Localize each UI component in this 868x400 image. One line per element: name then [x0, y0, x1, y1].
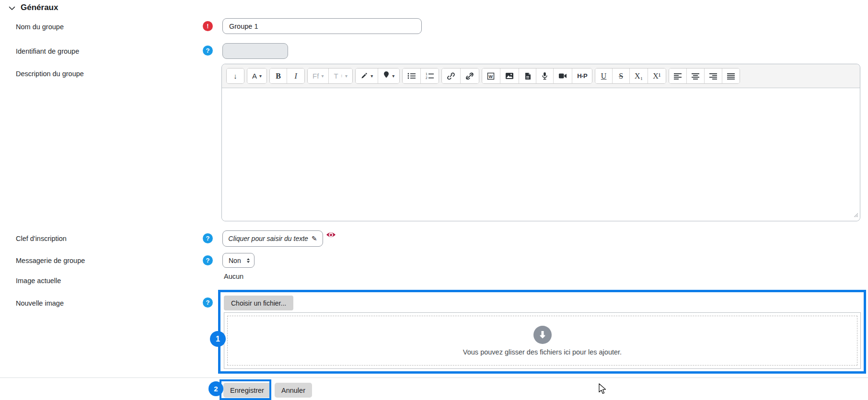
group-id-label: Identifiant de groupe [16, 47, 79, 55]
svg-text:1: 1 [426, 72, 428, 76]
align-right-icon [709, 73, 717, 80]
resize-handle[interactable] [852, 211, 858, 219]
video-camera-icon [558, 73, 567, 79]
justify-button[interactable] [722, 69, 740, 83]
pencil-icon: ✎ [312, 235, 317, 242]
group-id-input[interactable] [222, 43, 288, 59]
font-size-button[interactable]: T↕▾ [329, 69, 352, 83]
superscript-button[interactable]: X¹ [648, 69, 665, 83]
bullet-list-icon [407, 72, 416, 80]
help-icon[interactable]: ? [203, 46, 213, 56]
link-icon [447, 72, 455, 80]
word-doc-icon: W [487, 72, 495, 80]
group-name-input[interactable] [222, 18, 422, 34]
font-family-button[interactable]: Ff▾ [308, 69, 329, 83]
italic-button[interactable]: I [287, 69, 304, 83]
underline-button[interactable]: U [595, 69, 613, 83]
form-separator [0, 377, 868, 378]
caret-down-icon: ▾ [259, 69, 262, 83]
numbered-list-icon: 12 [426, 72, 434, 80]
brush-icon [360, 69, 368, 83]
marker-pin-icon [383, 69, 390, 83]
align-left-button[interactable] [669, 69, 687, 83]
required-icon: ! [203, 21, 213, 31]
background-color-button[interactable]: ▾ [378, 69, 399, 83]
group-messaging-select[interactable]: Non [222, 253, 255, 268]
align-right-button[interactable] [705, 69, 722, 83]
enrolment-key-input[interactable]: Cliquer pour saisir du texte ✎ [222, 230, 323, 247]
collapse-toolbar-button[interactable]: ↓ [227, 69, 244, 83]
record-audio-button[interactable] [536, 69, 554, 83]
enrolment-key-label: Clef d'inscription [16, 235, 67, 242]
section-title: Généraux [21, 3, 58, 12]
cancel-button[interactable]: Annuler [275, 383, 312, 398]
bold-button[interactable]: B [270, 69, 287, 83]
paragraph-format-button[interactable]: A▾ [247, 69, 266, 83]
group-messaging-label: Messagerie de groupe [16, 257, 85, 264]
group-name-label: Nom du groupe [16, 23, 64, 31]
insert-media-button[interactable] [519, 69, 536, 83]
file-icon [524, 72, 531, 80]
save-button[interactable]: Enregistrer [223, 383, 271, 398]
font-color-button[interactable]: ▾ [356, 69, 378, 83]
download-arrow-icon [533, 326, 552, 344]
mouse-cursor [598, 383, 608, 397]
file-dropzone[interactable]: Vous pouvez glisser des fichiers ici pou… [227, 316, 857, 366]
annotation-badge-2: 2 [208, 381, 223, 396]
selected-option: Non [229, 257, 241, 264]
caret-down-icon: ▾ [392, 69, 394, 83]
current-picture-value: Aucun [224, 273, 243, 280]
filemanager: Vous pouvez glisser des fichiers ici pou… [224, 312, 861, 369]
align-center-icon [692, 73, 699, 80]
choose-file-button[interactable]: Choisir un fichier... [224, 296, 293, 310]
word-import-button[interactable]: W [482, 69, 500, 83]
caret-down-icon: ▾ [370, 69, 373, 83]
align-left-icon [674, 73, 682, 80]
enrolment-key-placeholder: Cliquer pour saisir du texte [228, 235, 308, 242]
subscript-button[interactable]: X₁ [630, 69, 648, 83]
description-textarea[interactable] [222, 88, 860, 221]
image-icon [505, 72, 514, 80]
new-picture-label: Nouvelle image [16, 299, 64, 307]
link-button[interactable] [442, 69, 461, 83]
unmask-eye-icon[interactable] [326, 231, 336, 240]
svg-text:2: 2 [426, 76, 428, 80]
unlink-icon [465, 72, 474, 80]
dropzone-text: Vous pouvez glisser des fichiers ici pou… [463, 348, 622, 356]
strikethrough-button[interactable]: S [613, 69, 630, 83]
annotation-badge-1: 1 [210, 331, 226, 347]
svg-text:W: W [489, 74, 493, 79]
caret-down-icon: ▾ [321, 69, 324, 83]
description-label: Description du groupe [16, 70, 84, 78]
help-icon[interactable]: ? [203, 233, 213, 243]
editor-toolbar: ↓ A▾ B I Ff▾ T↕▾ [222, 64, 860, 88]
chevron-down-icon[interactable] [9, 4, 15, 12]
description-editor: ↓ A▾ B I Ff▾ T↕▾ [221, 64, 860, 221]
group-edit-form: Généraux Nom du groupe ! Identifiant de … [0, 0, 868, 400]
unlink-button[interactable] [461, 69, 479, 83]
caret-down-icon: ▾ [345, 69, 347, 83]
select-arrows-icon [247, 258, 250, 263]
current-picture-label: Image actuelle [16, 277, 61, 285]
insert-image-button[interactable] [500, 69, 519, 83]
record-video-button[interactable] [554, 69, 572, 83]
help-icon[interactable]: ? [203, 297, 213, 308]
h5p-button[interactable]: H-P [572, 69, 592, 83]
justify-icon [727, 73, 735, 80]
numbered-list-button[interactable]: 12 [421, 69, 439, 83]
bullet-list-button[interactable] [403, 69, 421, 83]
help-icon[interactable]: ? [203, 255, 213, 265]
align-center-button[interactable] [687, 69, 705, 83]
microphone-icon [542, 72, 548, 80]
section-header: Généraux [9, 3, 58, 12]
